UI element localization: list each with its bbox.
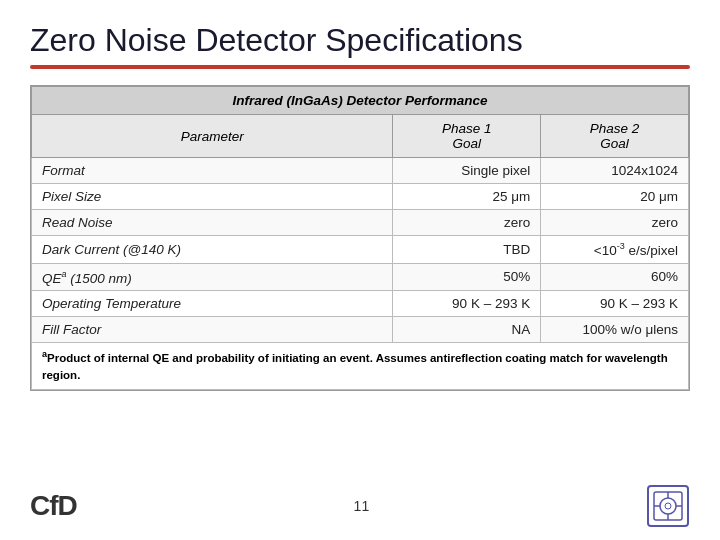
footer-logo: CfD	[30, 490, 77, 522]
phase1-value: TBD	[393, 236, 541, 264]
svg-point-2	[660, 498, 676, 514]
section-header-cell: Infrared (InGaAs) Detector Performance	[32, 87, 689, 115]
phase1-value: 50%	[393, 263, 541, 291]
phase2-value: zero	[541, 210, 689, 236]
phase2-value: 60%	[541, 263, 689, 291]
phase2-value: 1024x1024	[541, 158, 689, 184]
phase2-value: 90 K – 293 K	[541, 291, 689, 317]
phase1-value: NA	[393, 317, 541, 343]
section-header-row: Infrared (InGaAs) Detector Performance	[32, 87, 689, 115]
param-cell: Format	[32, 158, 393, 184]
table-row: QEa (1500 nm) 50% 60%	[32, 263, 689, 291]
phase2-value: 100% w/o μlens	[541, 317, 689, 343]
table-row: Read Noise zero zero	[32, 210, 689, 236]
specs-table-wrapper: Infrared (InGaAs) Detector Performance P…	[30, 85, 690, 391]
footer-page-number: 11	[354, 498, 370, 514]
footnote-text: aProduct of internal QE and probability …	[42, 352, 668, 381]
param-col-header: Parameter	[32, 115, 393, 158]
phase1-value: zero	[393, 210, 541, 236]
footnote-row: aProduct of internal QE and probability …	[32, 343, 689, 390]
table-row: Fill Factor NA 100% w/o μlens	[32, 317, 689, 343]
phase1-value: Single pixel	[393, 158, 541, 184]
specs-table: Infrared (InGaAs) Detector Performance P…	[31, 86, 689, 390]
svg-point-3	[665, 503, 671, 509]
page-title: Zero Noise Detector Specifications	[0, 0, 720, 65]
phase2-value: <10-3 e/s/pixel	[541, 236, 689, 264]
table-row: Operating Temperature 90 K – 293 K 90 K …	[32, 291, 689, 317]
param-cell: Read Noise	[32, 210, 393, 236]
phase1-value: 90 K – 293 K	[393, 291, 541, 317]
phase1-value: 25 μm	[393, 184, 541, 210]
table-row: Pixel Size 25 μm 20 μm	[32, 184, 689, 210]
param-cell: QEa (1500 nm)	[32, 263, 393, 291]
param-cell: Fill Factor	[32, 317, 393, 343]
title-underline	[30, 65, 690, 69]
column-header-row: Parameter Phase 1Goal Phase 2Goal	[32, 115, 689, 158]
param-cell: Pixel Size	[32, 184, 393, 210]
phase2-col-header: Phase 2Goal	[541, 115, 689, 158]
param-cell: Dark Current (@140 K)	[32, 236, 393, 264]
footer-icon	[646, 484, 690, 528]
param-cell: Operating Temperature	[32, 291, 393, 317]
table-row: Dark Current (@140 K) TBD <10-3 e/s/pixe…	[32, 236, 689, 264]
table-row: Format Single pixel 1024x1024	[32, 158, 689, 184]
phase2-value: 20 μm	[541, 184, 689, 210]
footer: CfD 11	[30, 484, 690, 528]
phase1-col-header: Phase 1Goal	[393, 115, 541, 158]
footnote-cell: aProduct of internal QE and probability …	[32, 343, 689, 390]
